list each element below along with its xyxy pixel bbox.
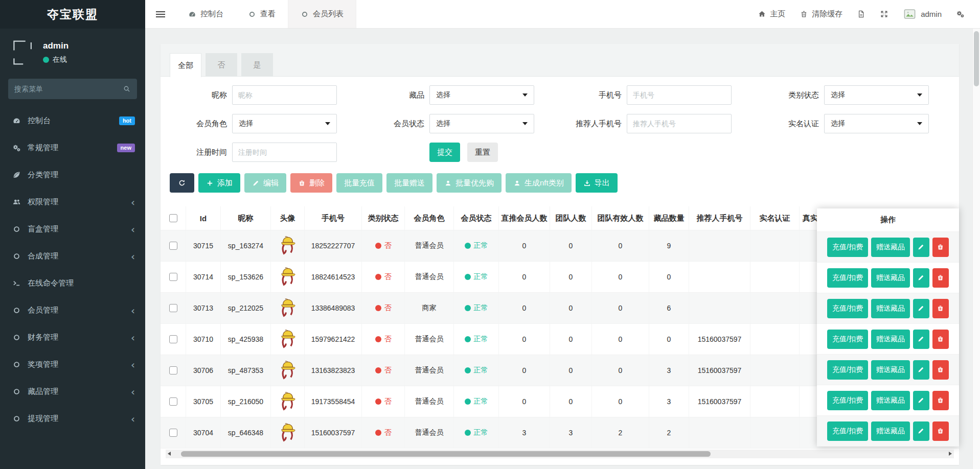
edit-row-button[interactable] bbox=[913, 299, 929, 318]
batch-recharge-button[interactable]: 批量充值 bbox=[336, 173, 382, 193]
delete-row-button[interactable] bbox=[932, 299, 949, 318]
recharge-deduct-button[interactable]: 充值/扣费 bbox=[827, 421, 868, 441]
gift-collection-button[interactable]: 赠送藏品 bbox=[871, 391, 910, 410]
circle-icon bbox=[12, 414, 21, 423]
export-button[interactable]: 导出 bbox=[576, 173, 618, 193]
batch-gift-button[interactable]: 批量赠送 bbox=[386, 173, 432, 193]
vertical-scrollbar-thumb[interactable] bbox=[974, 31, 979, 86]
recharge-deduct-button[interactable]: 充值/扣费 bbox=[827, 299, 868, 318]
gift-collection-button[interactable]: 赠送藏品 bbox=[871, 360, 910, 380]
gift-collection-button[interactable]: 赠送藏品 bbox=[871, 268, 910, 288]
row-checkbox[interactable] bbox=[169, 397, 177, 406]
tab-view[interactable]: 查看 bbox=[236, 0, 288, 28]
gift-collection-button[interactable]: 赠送藏品 bbox=[871, 238, 910, 257]
edit-row-button[interactable] bbox=[913, 268, 929, 288]
trash-icon bbox=[937, 396, 944, 404]
cell-member-status: 正常 bbox=[474, 241, 488, 250]
sidebar-item-dashboard[interactable]: 控制台hot bbox=[0, 107, 145, 134]
row-checkbox[interactable] bbox=[169, 273, 177, 281]
sidebar-toggle-button[interactable] bbox=[145, 0, 176, 28]
sidebar-item-blindbox[interactable]: 盲盒管理‹ bbox=[0, 216, 145, 243]
filter-tab-yes[interactable]: 是 bbox=[241, 53, 273, 77]
regtime-input[interactable] bbox=[232, 143, 337, 162]
edit-row-button[interactable] bbox=[913, 391, 929, 410]
batch-priority-button[interactable]: 批量优先购 bbox=[437, 173, 502, 193]
settings-button[interactable] bbox=[956, 10, 965, 18]
cell-collection-count: 3 bbox=[649, 386, 689, 417]
realname-auth-select[interactable]: 选择 bbox=[824, 114, 929, 133]
search-icon[interactable] bbox=[123, 85, 131, 93]
vertical-scrollbar[interactable] bbox=[972, 29, 980, 469]
gift-collection-button[interactable]: 赠送藏品 bbox=[871, 299, 910, 318]
select-all-checkbox[interactable] bbox=[169, 214, 177, 222]
recharge-deduct-button[interactable]: 充值/扣费 bbox=[827, 268, 868, 288]
edit-button[interactable]: 编辑 bbox=[244, 173, 286, 193]
delete-row-button[interactable] bbox=[932, 238, 949, 257]
edit-row-button[interactable] bbox=[913, 360, 929, 380]
sidebar-item-finance[interactable]: 财务管理‹ bbox=[0, 324, 145, 351]
edit-row-button[interactable] bbox=[913, 330, 929, 349]
sidebar-item-general[interactable]: 常规管理new bbox=[0, 134, 145, 161]
delete-row-button[interactable] bbox=[932, 330, 949, 349]
recharge-deduct-button[interactable]: 充值/扣费 bbox=[827, 238, 868, 257]
collection-select[interactable]: 选择 bbox=[429, 85, 534, 105]
nickname-input[interactable] bbox=[232, 85, 337, 105]
generate-nft-button[interactable]: 生成nft类别 bbox=[506, 173, 572, 193]
delete-row-button[interactable] bbox=[932, 268, 949, 288]
edit-row-button[interactable] bbox=[913, 238, 929, 257]
sidebar-item-synthesis[interactable]: 合成管理‹ bbox=[0, 243, 145, 270]
cell-direct-count: 3 bbox=[499, 417, 550, 448]
submit-button[interactable]: 提交 bbox=[429, 143, 460, 162]
clear-cache-link[interactable]: 清除缓存 bbox=[800, 9, 842, 19]
ops-row: 充值/扣费 赠送藏品 bbox=[817, 263, 959, 293]
scroll-right-arrow-icon[interactable] bbox=[949, 452, 952, 456]
recharge-deduct-button[interactable]: 充值/扣费 bbox=[827, 391, 868, 410]
cell-referrer-phone: 15160037597 bbox=[689, 324, 750, 355]
edit-row-button[interactable] bbox=[913, 421, 929, 441]
member-status-select[interactable]: 选择 bbox=[429, 114, 534, 133]
gift-collection-button[interactable]: 赠送藏品 bbox=[871, 330, 910, 349]
cell-phone: 15160037597 bbox=[305, 417, 362, 448]
delete-row-button[interactable] bbox=[932, 360, 949, 380]
select-value: 选择 bbox=[831, 119, 845, 128]
referrer-input[interactable] bbox=[627, 114, 732, 133]
row-checkbox[interactable] bbox=[169, 366, 177, 374]
delete-row-button[interactable] bbox=[932, 391, 949, 410]
sidebar-item-online-command[interactable]: 在线命令管理 bbox=[0, 270, 145, 297]
recharge-deduct-button[interactable]: 充值/扣费 bbox=[827, 360, 868, 380]
row-checkbox[interactable] bbox=[169, 242, 177, 250]
role-select[interactable]: 选择 bbox=[232, 114, 337, 133]
horizontal-scrollbar-thumb[interactable] bbox=[181, 451, 711, 457]
sidebar-item-permission[interactable]: 权限管理‹ bbox=[0, 189, 145, 216]
page-swap-button[interactable] bbox=[857, 10, 865, 18]
sidebar-search-input[interactable] bbox=[14, 85, 123, 93]
horizontal-scrollbar[interactable] bbox=[166, 450, 954, 458]
recharge-deduct-button[interactable]: 充值/扣费 bbox=[827, 330, 868, 349]
row-checkbox[interactable] bbox=[169, 429, 177, 437]
sidebar-item-withdraw[interactable]: 提现管理‹ bbox=[0, 405, 145, 432]
refresh-button[interactable] bbox=[170, 173, 194, 193]
tab-member-list[interactable]: 会员列表 bbox=[288, 0, 356, 28]
add-button[interactable]: 添加 bbox=[198, 173, 240, 193]
home-link[interactable]: 主页 bbox=[758, 9, 785, 19]
sidebar-item-member[interactable]: 会员管理‹ bbox=[0, 297, 145, 324]
gift-collection-button[interactable]: 赠送藏品 bbox=[871, 421, 910, 441]
phone-input[interactable] bbox=[627, 85, 732, 105]
delete-row-button[interactable] bbox=[932, 421, 949, 441]
scroll-left-arrow-icon[interactable] bbox=[168, 452, 171, 456]
row-checkbox[interactable] bbox=[169, 304, 177, 312]
reset-button[interactable]: 重置 bbox=[467, 143, 498, 162]
sidebar-item-award[interactable]: 奖项管理‹ bbox=[0, 351, 145, 378]
user-menu[interactable]: admin bbox=[903, 7, 942, 21]
fullscreen-button[interactable] bbox=[880, 10, 888, 18]
sidebar-item-category[interactable]: 分类管理 bbox=[0, 161, 145, 189]
filter-tab-no[interactable]: 否 bbox=[206, 53, 237, 77]
pencil-icon bbox=[917, 304, 925, 312]
category-status-select[interactable]: 选择 bbox=[824, 85, 929, 105]
tab-dashboard[interactable]: 控制台 bbox=[176, 0, 236, 28]
row-checkbox[interactable] bbox=[169, 335, 177, 343]
user-icon bbox=[513, 179, 521, 187]
sidebar-item-collection[interactable]: 藏品管理‹ bbox=[0, 378, 145, 405]
delete-button[interactable]: 删除 bbox=[290, 173, 332, 193]
filter-tab-all[interactable]: 全部 bbox=[170, 53, 201, 77]
